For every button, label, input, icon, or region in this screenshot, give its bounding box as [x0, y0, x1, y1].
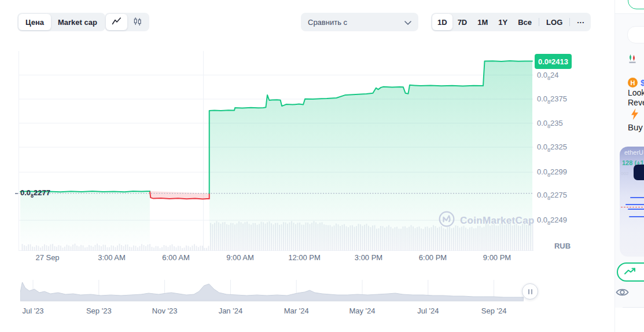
line-chart-button[interactable]	[106, 14, 127, 30]
ad-ticker: $	[641, 78, 644, 87]
line-chart-icon	[112, 17, 122, 27]
time-axis-label: 6:00 AM	[162, 253, 190, 262]
tab-price[interactable]: Цена	[19, 14, 51, 30]
ad-headline[interactable]: H $	[628, 78, 644, 87]
divider	[615, 13, 644, 14]
navigator-axis-label: May '24	[349, 307, 375, 315]
more-options-button[interactable]: ···	[572, 14, 590, 30]
price-marketcap-toggle: Цена Market cap	[17, 13, 105, 31]
trending-button[interactable]	[617, 262, 644, 282]
range-button-1Y[interactable]: 1Y	[493, 14, 513, 30]
widget-title: etherU	[624, 149, 643, 156]
price-axis: 0.08240.0823750.082350.0823250.0822990.0…	[537, 51, 583, 251]
price-axis-label: 0.082275	[537, 191, 567, 201]
widget-chart-line	[630, 197, 644, 198]
ad-text-line2[interactable]: Reve	[628, 98, 644, 107]
navigator-axis-label: Jul '23	[22, 307, 43, 315]
price-axis-label: 0.082249	[537, 216, 567, 226]
chevron-down-icon	[404, 18, 411, 27]
open-price-label: 0.082277	[15, 188, 50, 199]
navigator-axis-label: Sep '24	[481, 307, 507, 315]
lightning-icon	[631, 108, 639, 122]
time-axis-label: 12:00 PM	[288, 253, 321, 262]
time-axis-label: 6:00 PM	[419, 253, 447, 262]
candlestick-icon	[133, 17, 142, 28]
price-axis-label: 0.082299	[537, 167, 567, 178]
date-range-navigator[interactable]	[20, 280, 524, 302]
time-axis-label: 9:00 AM	[226, 253, 254, 262]
divider	[539, 18, 539, 26]
watermark-text: CoinMarketCap	[460, 215, 535, 227]
range-button-1M[interactable]: 1M	[472, 14, 493, 30]
range-button-7D[interactable]: 7D	[452, 14, 473, 30]
watchlist-eye-button[interactable]	[616, 287, 629, 300]
navigator-axis-label: Nov '23	[152, 307, 178, 315]
time-range-control: 1D7D1M1YВсе LOG ···	[431, 13, 591, 31]
widget-chart-line	[629, 216, 644, 217]
navigator-axis: Jul '23Sep '23Nov '23Jan '24Mar '24May '…	[20, 307, 524, 316]
compare-with-dropdown[interactable]: Сравнить с	[301, 13, 418, 31]
price-axis-label: 0.0824	[537, 71, 559, 81]
navigator-axis-label: Jul '24	[417, 307, 439, 315]
time-axis-label: 9:00 PM	[483, 253, 511, 262]
divider	[623, 307, 644, 308]
rail-input[interactable]	[627, 26, 644, 43]
cmc-chart-page: Цена Market cap Сравнить с 1D7D1M1YВсе L…	[0, 0, 644, 332]
divider	[569, 18, 570, 26]
range-button-1D[interactable]: 1D	[432, 14, 452, 30]
range-button-Все[interactable]: Все	[513, 14, 537, 30]
coinmarketcap-logo-icon	[438, 210, 455, 231]
price-axis-label: 0.082325	[537, 143, 567, 153]
ad-buy-link[interactable]: Buy	[628, 122, 643, 132]
widget-button[interactable]	[634, 165, 644, 180]
ad-text-line1[interactable]: Look	[628, 88, 644, 97]
candlestick-chart-button[interactable]	[127, 14, 148, 30]
price-axis-label: 0.08235	[537, 119, 563, 129]
ad-logo-candles-icon	[628, 54, 638, 67]
trending-up-icon	[624, 267, 636, 278]
widget-chart-line	[625, 204, 644, 205]
tab-market-cap[interactable]: Market cap	[51, 14, 104, 30]
widget-chart-line	[628, 209, 644, 210]
price-axis-label: 0.082375	[537, 94, 567, 105]
chart-type-toggle	[105, 13, 149, 31]
rail-top-button[interactable]	[628, 0, 644, 9]
time-axis: 27 Sep3:00 AM6:00 AM9:00 AM12:00 PM3:00 …	[19, 253, 533, 262]
widget-chart-line-red	[621, 207, 644, 207]
navigator-axis-label: Jan '24	[219, 307, 243, 315]
navigator-resize-handle[interactable]	[522, 283, 538, 300]
compare-with-label: Сравнить с	[308, 18, 347, 27]
time-axis-label: 3:00 AM	[98, 253, 126, 262]
ad-chart-widget[interactable]: etherU 128 (+1 002	[620, 147, 644, 257]
navigator-axis-label: Sep '23	[86, 307, 112, 315]
open-price-tick	[15, 193, 18, 194]
log-scale-button[interactable]: LOG	[541, 14, 568, 30]
currency-label: RUB	[549, 242, 576, 250]
widget-sub: 002	[621, 171, 628, 176]
time-axis-label: 27 Sep	[35, 253, 59, 262]
navigator-axis-label: Mar '24	[284, 307, 309, 315]
ad-token-icon: H	[628, 78, 638, 87]
coinmarketcap-watermark: CoinMarketCap	[438, 210, 535, 231]
time-axis-label: 3:00 PM	[355, 253, 382, 262]
